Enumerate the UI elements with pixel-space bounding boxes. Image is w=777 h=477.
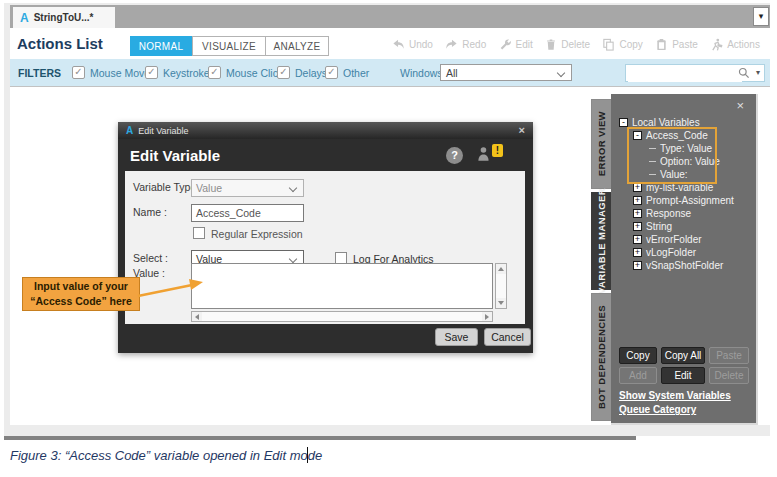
- tab-normal[interactable]: NORMAL: [130, 36, 192, 56]
- actions-button[interactable]: Actions: [710, 38, 760, 51]
- copy-all-button[interactable]: Copy All: [661, 347, 705, 364]
- filter-delays[interactable]: ✓ Delays: [277, 66, 327, 79]
- scroll-right-icon[interactable]: [482, 312, 492, 321]
- name-label: Name :: [133, 206, 167, 218]
- user-alert-indicator[interactable]: !: [477, 146, 503, 164]
- document-tab-title: StringToU...*: [34, 12, 94, 23]
- vertical-scrollbar[interactable]: [495, 263, 507, 309]
- expand-icon[interactable]: +: [633, 209, 642, 218]
- variable-type-select[interactable]: Value: [191, 179, 304, 197]
- edit-variable-button[interactable]: Edit: [661, 367, 705, 384]
- search-icon[interactable]: [738, 67, 750, 79]
- help-icon[interactable]: ?: [446, 147, 463, 164]
- action-toolbar: Undo Redo Edit Delete Copy: [392, 33, 760, 55]
- alert-icon: !: [492, 144, 503, 157]
- scroll-up-icon[interactable]: [496, 264, 506, 274]
- checkbox-checked-icon[interactable]: ✓: [208, 66, 221, 79]
- paste-variable-button[interactable]: Paste: [709, 347, 749, 364]
- tab-list-dropdown-button[interactable]: ▾: [753, 7, 769, 26]
- add-variable-button[interactable]: Add: [619, 367, 657, 384]
- collapse-icon[interactable]: -: [619, 118, 628, 127]
- tree-node-response[interactable]: + Response: [619, 207, 754, 220]
- tab-variable-manager[interactable]: VARIABLE MANAGER: [591, 192, 612, 290]
- delete-button[interactable]: Delete: [545, 38, 590, 51]
- checkbox-checked-icon[interactable]: ✓: [277, 66, 290, 79]
- search-input[interactable]: [628, 66, 742, 82]
- scroll-down-icon[interactable]: [496, 298, 506, 308]
- tree-node-local-variables[interactable]: - Local Variables: [619, 116, 754, 129]
- tab-bot-dependencies[interactable]: BOT DEPENDENCIES: [591, 293, 612, 421]
- tab-visualize[interactable]: VISUALIZE: [192, 36, 266, 56]
- callout-line-2: “Access Code” here: [23, 294, 139, 309]
- windows-filter-select[interactable]: All: [440, 64, 572, 81]
- paste-button[interactable]: Paste: [655, 38, 698, 51]
- redo-arrow-icon: [445, 38, 458, 51]
- document-tab[interactable]: A StringToU...*: [13, 7, 115, 28]
- document-page: A StringToU...* ▾ Actions List NORMAL VI…: [0, 0, 777, 477]
- tree-leaf-type: Type: Value: [619, 142, 754, 155]
- filters-bar: FILTERS ✓ Mouse Moves ✓ Keystrokes ✓ Mou…: [10, 59, 770, 86]
- tree-node-verrorfolder[interactable]: + vErrorFolder: [619, 233, 754, 246]
- header-row: Actions List NORMAL VISUALIZE ANALYZE Un…: [10, 28, 770, 59]
- tree-connector: [649, 174, 656, 175]
- save-button[interactable]: Save: [435, 328, 478, 346]
- scroll-left-icon[interactable]: [192, 312, 202, 321]
- expand-icon[interactable]: +: [633, 235, 642, 244]
- tree-leaf-option: Option: Value: [619, 155, 754, 168]
- name-input[interactable]: Access_Code: [191, 204, 304, 222]
- close-icon[interactable]: ×: [519, 125, 525, 136]
- tree-connector: [649, 148, 656, 149]
- collapse-icon[interactable]: -: [633, 131, 642, 140]
- tree-connector: [649, 161, 656, 162]
- tree-node-vlogfolder[interactable]: + vLogFolder: [619, 246, 754, 259]
- tree-node-string[interactable]: + String: [619, 220, 754, 233]
- queue-category-link[interactable]: Queue Category: [619, 404, 696, 415]
- text-cursor: [307, 447, 308, 463]
- show-system-variables-link[interactable]: Show System Variables: [619, 390, 731, 401]
- tree-node-prompt-assignment[interactable]: + Prompt-Assignment: [619, 194, 754, 207]
- filter-mouse-moves[interactable]: ✓ Mouse Moves: [72, 66, 155, 79]
- filter-other[interactable]: ✓ Other: [325, 66, 369, 79]
- search-options-caret-icon[interactable]: ▾: [756, 68, 760, 77]
- expand-icon[interactable]: +: [633, 183, 642, 192]
- dialog-title-bar[interactable]: A Edit Variable ×: [118, 122, 533, 139]
- checkbox-checked-icon[interactable]: ✓: [145, 66, 158, 79]
- variable-tree: - Local Variables - Access_Code Type: Va…: [619, 116, 754, 272]
- expand-icon[interactable]: +: [633, 196, 642, 205]
- chevron-down-icon: [289, 255, 297, 263]
- filters-label: FILTERS: [18, 67, 61, 79]
- copy-variable-button[interactable]: Copy: [619, 347, 657, 364]
- filter-keystrokes[interactable]: ✓ Keystrokes: [145, 66, 215, 79]
- expand-icon[interactable]: +: [633, 248, 642, 257]
- tab-analyze[interactable]: ANALYZE: [265, 36, 329, 56]
- page-title: Actions List: [17, 35, 103, 52]
- checkbox-checked-icon[interactable]: ✓: [72, 66, 85, 79]
- copy-button[interactable]: Copy: [602, 38, 642, 51]
- value-textarea[interactable]: [191, 263, 493, 309]
- tab-error-view[interactable]: ERROR VIEW: [591, 99, 612, 189]
- undo-button[interactable]: Undo: [392, 38, 433, 51]
- checkbox-checked-icon[interactable]: ✓: [325, 66, 338, 79]
- app-logo-icon: A: [20, 12, 29, 24]
- expand-icon[interactable]: +: [633, 261, 642, 270]
- window-bottom-edge: [4, 436, 636, 440]
- variable-manager-panel: × - Local Variables - Access_Code Type: …: [611, 94, 758, 425]
- horizontal-scrollbar[interactable]: [191, 311, 493, 322]
- select-label: Select :: [133, 252, 168, 264]
- tree-node-vsnapshotfolder[interactable]: + vSnapShotFolder: [619, 259, 754, 272]
- cancel-button[interactable]: Cancel: [484, 328, 531, 346]
- tree-node-my-list-variable[interactable]: + my-list-variable: [619, 181, 754, 194]
- chevron-down-icon: [557, 69, 565, 77]
- close-icon[interactable]: ×: [736, 99, 744, 112]
- redo-button[interactable]: Redo: [445, 38, 486, 51]
- delete-variable-button[interactable]: Delete: [709, 367, 749, 384]
- caret-down-icon: ▾: [759, 11, 764, 21]
- expand-icon[interactable]: +: [633, 222, 642, 231]
- running-man-icon: [710, 38, 723, 51]
- copy-icon: [602, 38, 615, 51]
- tree-node-access-code[interactable]: - Access_Code: [619, 129, 754, 142]
- search-box: ▾: [625, 64, 765, 82]
- figure-caption: Figure 3: “Access Code” variable opened …: [10, 448, 322, 463]
- edit-button[interactable]: Edit: [499, 38, 533, 51]
- regular-expression-checkbox[interactable]: [193, 227, 205, 239]
